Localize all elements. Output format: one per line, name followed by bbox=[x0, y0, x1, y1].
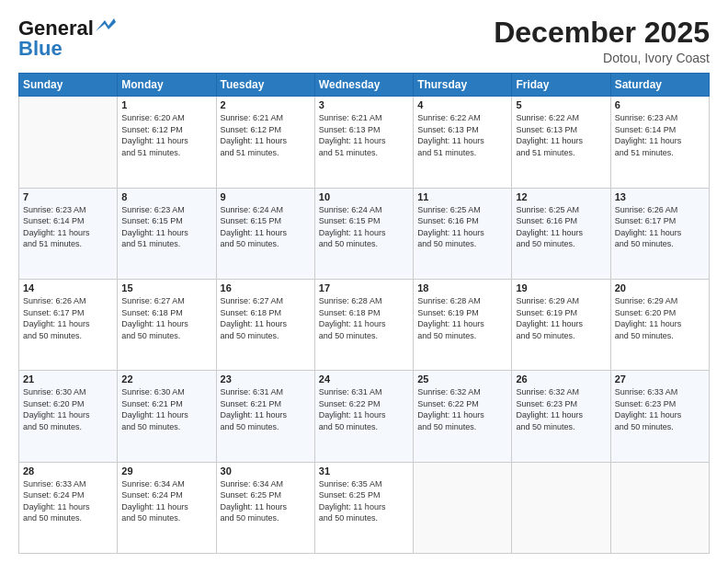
day-info: Sunrise: 6:29 AM Sunset: 6:19 PM Dayligh… bbox=[516, 295, 606, 341]
calendar-header-row: SundayMondayTuesdayWednesdayThursdayFrid… bbox=[19, 74, 710, 97]
calendar-cell: 11Sunrise: 6:25 AM Sunset: 6:16 PM Dayli… bbox=[414, 188, 512, 279]
calendar-cell: 9Sunrise: 6:24 AM Sunset: 6:15 PM Daylig… bbox=[216, 188, 314, 279]
day-number: 27 bbox=[615, 373, 705, 385]
calendar-cell: 2Sunrise: 6:21 AM Sunset: 6:12 PM Daylig… bbox=[216, 97, 314, 188]
day-info: Sunrise: 6:22 AM Sunset: 6:13 PM Dayligh… bbox=[516, 112, 606, 158]
day-number: 24 bbox=[319, 373, 409, 385]
day-number: 29 bbox=[121, 465, 211, 477]
day-number: 14 bbox=[23, 282, 113, 293]
location: Dotou, Ivory Coast bbox=[494, 51, 710, 65]
day-info: Sunrise: 6:26 AM Sunset: 6:17 PM Dayligh… bbox=[615, 204, 705, 250]
day-info: Sunrise: 6:23 AM Sunset: 6:14 PM Dayligh… bbox=[23, 204, 113, 250]
day-number: 26 bbox=[516, 373, 606, 385]
day-number: 5 bbox=[516, 99, 606, 110]
calendar-cell: 22Sunrise: 6:30 AM Sunset: 6:21 PM Dayli… bbox=[118, 371, 216, 462]
calendar-cell: 31Sunrise: 6:35 AM Sunset: 6:25 PM Dayli… bbox=[314, 462, 413, 553]
day-info: Sunrise: 6:21 AM Sunset: 6:13 PM Dayligh… bbox=[319, 112, 409, 158]
week-row-2: 7Sunrise: 6:23 AM Sunset: 6:14 PM Daylig… bbox=[19, 188, 710, 279]
calendar-cell: 12Sunrise: 6:25 AM Sunset: 6:16 PM Dayli… bbox=[512, 188, 610, 279]
week-row-4: 21Sunrise: 6:30 AM Sunset: 6:20 PM Dayli… bbox=[19, 371, 710, 462]
logo-blue: Blue bbox=[18, 37, 63, 61]
day-info: Sunrise: 6:20 AM Sunset: 6:12 PM Dayligh… bbox=[121, 112, 211, 158]
calendar-cell: 17Sunrise: 6:28 AM Sunset: 6:18 PM Dayli… bbox=[314, 279, 413, 370]
day-info: Sunrise: 6:23 AM Sunset: 6:15 PM Dayligh… bbox=[121, 204, 211, 250]
calendar-header-thursday: Thursday bbox=[414, 74, 512, 97]
day-number: 16 bbox=[221, 282, 311, 293]
day-number: 12 bbox=[516, 191, 606, 202]
day-info: Sunrise: 6:30 AM Sunset: 6:21 PM Dayligh… bbox=[121, 386, 211, 432]
calendar-cell: 16Sunrise: 6:27 AM Sunset: 6:18 PM Dayli… bbox=[216, 279, 314, 370]
day-number: 19 bbox=[516, 282, 606, 293]
day-info: Sunrise: 6:24 AM Sunset: 6:15 PM Dayligh… bbox=[221, 204, 311, 250]
calendar-header-monday: Monday bbox=[118, 74, 216, 97]
calendar: SundayMondayTuesdayWednesdayThursdayFrid… bbox=[18, 73, 710, 554]
calendar-cell: 14Sunrise: 6:26 AM Sunset: 6:17 PM Dayli… bbox=[19, 279, 118, 370]
day-number: 6 bbox=[615, 99, 705, 110]
calendar-cell bbox=[610, 462, 709, 553]
calendar-cell bbox=[512, 462, 610, 553]
day-number: 18 bbox=[417, 282, 507, 293]
day-number: 17 bbox=[319, 282, 409, 293]
day-number: 10 bbox=[319, 191, 409, 202]
calendar-header-wednesday: Wednesday bbox=[314, 74, 413, 97]
month-title: December 2025 bbox=[494, 17, 710, 49]
day-number: 21 bbox=[23, 373, 113, 385]
calendar-cell bbox=[19, 97, 118, 188]
day-info: Sunrise: 6:32 AM Sunset: 6:23 PM Dayligh… bbox=[516, 386, 606, 432]
calendar-cell: 28Sunrise: 6:33 AM Sunset: 6:24 PM Dayli… bbox=[19, 462, 118, 553]
header: General Blue December 2025 Dotou, Ivory … bbox=[18, 17, 710, 65]
day-number: 8 bbox=[121, 191, 211, 202]
calendar-cell: 8Sunrise: 6:23 AM Sunset: 6:15 PM Daylig… bbox=[118, 188, 216, 279]
day-info: Sunrise: 6:33 AM Sunset: 6:24 PM Dayligh… bbox=[23, 478, 113, 524]
day-info: Sunrise: 6:25 AM Sunset: 6:16 PM Dayligh… bbox=[417, 204, 507, 250]
day-number: 13 bbox=[615, 191, 705, 202]
day-info: Sunrise: 6:34 AM Sunset: 6:24 PM Dayligh… bbox=[121, 478, 211, 524]
calendar-cell: 19Sunrise: 6:29 AM Sunset: 6:19 PM Dayli… bbox=[512, 279, 610, 370]
calendar-header-tuesday: Tuesday bbox=[216, 74, 314, 97]
calendar-cell: 5Sunrise: 6:22 AM Sunset: 6:13 PM Daylig… bbox=[512, 97, 610, 188]
day-info: Sunrise: 6:27 AM Sunset: 6:18 PM Dayligh… bbox=[221, 295, 311, 341]
calendar-header-saturday: Saturday bbox=[610, 74, 709, 97]
calendar-cell: 6Sunrise: 6:23 AM Sunset: 6:14 PM Daylig… bbox=[610, 97, 709, 188]
calendar-cell: 30Sunrise: 6:34 AM Sunset: 6:25 PM Dayli… bbox=[216, 462, 314, 553]
week-row-1: 1Sunrise: 6:20 AM Sunset: 6:12 PM Daylig… bbox=[19, 97, 710, 188]
day-info: Sunrise: 6:21 AM Sunset: 6:12 PM Dayligh… bbox=[221, 112, 311, 158]
calendar-cell: 1Sunrise: 6:20 AM Sunset: 6:12 PM Daylig… bbox=[118, 97, 216, 188]
calendar-cell: 3Sunrise: 6:21 AM Sunset: 6:13 PM Daylig… bbox=[314, 97, 413, 188]
day-info: Sunrise: 6:29 AM Sunset: 6:20 PM Dayligh… bbox=[615, 295, 705, 341]
day-number: 23 bbox=[221, 373, 311, 385]
day-number: 15 bbox=[121, 282, 211, 293]
day-number: 20 bbox=[615, 282, 705, 293]
calendar-cell: 15Sunrise: 6:27 AM Sunset: 6:18 PM Dayli… bbox=[118, 279, 216, 370]
day-info: Sunrise: 6:31 AM Sunset: 6:21 PM Dayligh… bbox=[221, 386, 311, 432]
calendar-header-friday: Friday bbox=[512, 74, 610, 97]
day-number: 22 bbox=[121, 373, 211, 385]
day-number: 31 bbox=[319, 465, 409, 477]
calendar-cell: 25Sunrise: 6:32 AM Sunset: 6:22 PM Dayli… bbox=[414, 371, 512, 462]
calendar-cell: 7Sunrise: 6:23 AM Sunset: 6:14 PM Daylig… bbox=[19, 188, 118, 279]
day-number: 28 bbox=[23, 465, 113, 477]
title-block: December 2025 Dotou, Ivory Coast bbox=[494, 17, 710, 65]
day-info: Sunrise: 6:35 AM Sunset: 6:25 PM Dayligh… bbox=[319, 478, 409, 524]
logo-bird-icon bbox=[96, 18, 116, 35]
calendar-cell: 27Sunrise: 6:33 AM Sunset: 6:23 PM Dayli… bbox=[610, 371, 709, 462]
calendar-cell: 23Sunrise: 6:31 AM Sunset: 6:21 PM Dayli… bbox=[216, 371, 314, 462]
svg-marker-0 bbox=[96, 18, 116, 31]
calendar-cell: 13Sunrise: 6:26 AM Sunset: 6:17 PM Dayli… bbox=[610, 188, 709, 279]
calendar-cell: 4Sunrise: 6:22 AM Sunset: 6:13 PM Daylig… bbox=[414, 97, 512, 188]
logo: General Blue bbox=[18, 17, 116, 61]
day-info: Sunrise: 6:28 AM Sunset: 6:18 PM Dayligh… bbox=[319, 295, 409, 341]
calendar-cell: 24Sunrise: 6:31 AM Sunset: 6:22 PM Dayli… bbox=[314, 371, 413, 462]
day-info: Sunrise: 6:27 AM Sunset: 6:18 PM Dayligh… bbox=[121, 295, 211, 341]
day-number: 1 bbox=[121, 99, 211, 110]
day-info: Sunrise: 6:26 AM Sunset: 6:17 PM Dayligh… bbox=[23, 295, 113, 341]
calendar-cell bbox=[414, 462, 512, 553]
day-number: 3 bbox=[319, 99, 409, 110]
day-info: Sunrise: 6:25 AM Sunset: 6:16 PM Dayligh… bbox=[516, 204, 606, 250]
day-number: 11 bbox=[417, 191, 507, 202]
day-number: 25 bbox=[417, 373, 507, 385]
day-info: Sunrise: 6:32 AM Sunset: 6:22 PM Dayligh… bbox=[417, 386, 507, 432]
day-number: 30 bbox=[221, 465, 311, 477]
day-info: Sunrise: 6:31 AM Sunset: 6:22 PM Dayligh… bbox=[319, 386, 409, 432]
day-info: Sunrise: 6:34 AM Sunset: 6:25 PM Dayligh… bbox=[221, 478, 311, 524]
